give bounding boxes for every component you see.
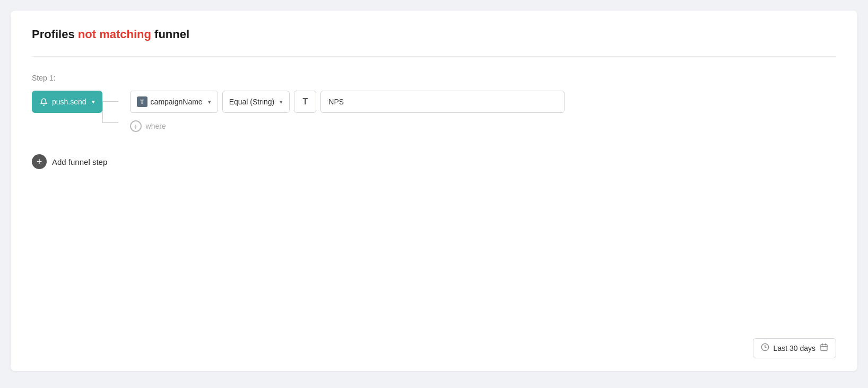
step-row: push.send ▾ T campaignName ▾ Equal (Stri… [32, 91, 836, 133]
where-row[interactable]: + where [130, 119, 565, 133]
calendar-icon [820, 343, 828, 354]
filter-group: T campaignName ▾ Equal (String) ▾ T [130, 91, 565, 133]
clock-icon [761, 343, 769, 354]
property-dropdown[interactable]: T campaignName ▾ [130, 91, 218, 113]
connector [102, 91, 124, 132]
type-button[interactable]: T [294, 91, 316, 113]
date-range-label: Last 30 days [774, 344, 815, 352]
property-label: campaignName [151, 98, 203, 106]
where-label: where [146, 122, 166, 130]
event-button-label: push.send [52, 98, 86, 106]
property-chevron-icon: ▾ [208, 99, 211, 105]
section-divider [32, 56, 836, 57]
add-where-icon: + [130, 120, 142, 132]
bottom-bar: Last 30 days [753, 338, 836, 358]
filter-row: T campaignName ▾ Equal (String) ▾ T [130, 91, 565, 113]
bell-icon [39, 98, 48, 106]
operator-dropdown[interactable]: Equal (String) ▾ [222, 91, 290, 113]
event-button[interactable]: push.send ▾ [32, 91, 102, 113]
add-step-label: Add funnel step [52, 157, 107, 166]
date-range-button[interactable]: Last 30 days [753, 338, 836, 358]
step-label: Step 1: [32, 74, 836, 82]
value-input[interactable] [320, 91, 565, 113]
type-icon-label: T [302, 97, 308, 107]
operator-label: Equal (String) [229, 98, 275, 106]
main-card: Profiles not matching funnel Step 1: pus… [11, 11, 857, 371]
add-funnel-step-row[interactable]: + Add funnel step [32, 154, 836, 169]
operator-chevron-icon: ▾ [280, 99, 283, 105]
svg-rect-1 [821, 345, 827, 351]
add-step-icon: + [32, 154, 47, 169]
text-type-icon: T [137, 96, 147, 107]
connector-bottom [102, 122, 118, 123]
event-dropdown-chevron: ▾ [92, 99, 95, 105]
page-title: Profiles not matching funnel [32, 28, 836, 41]
